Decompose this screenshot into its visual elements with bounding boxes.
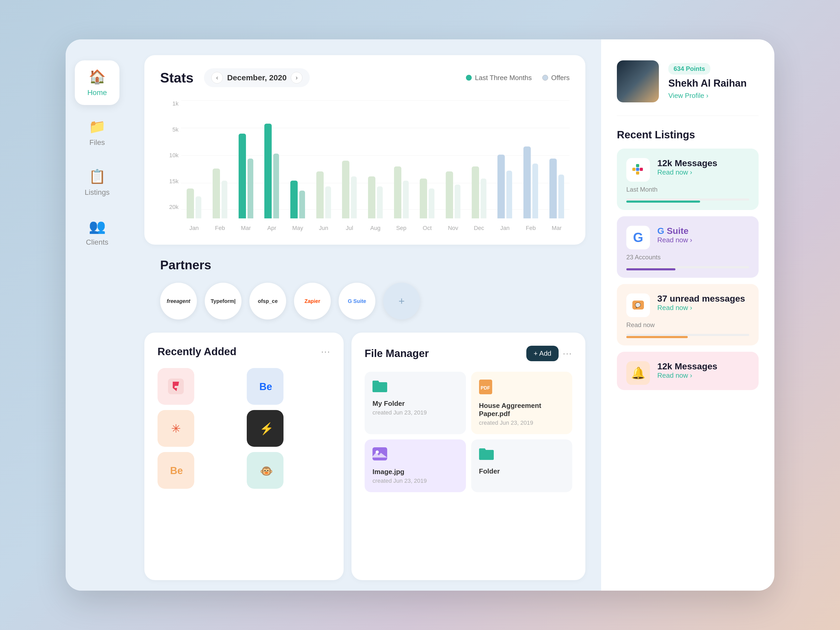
legend-offers: Offers — [542, 74, 570, 82]
file-manager-header: File Manager + Add ··· — [365, 346, 572, 361]
progress-bar-2 — [626, 268, 676, 270]
add-file-button[interactable]: + Add — [526, 346, 559, 361]
svg-text:💬: 💬 — [635, 302, 641, 308]
file-card-pdf[interactable]: PDF House Aggreement Paper.pdf created J… — [471, 372, 572, 434]
y-label-1k: 1k — [160, 100, 178, 107]
x-label-9: Oct — [414, 225, 440, 232]
listings-icon: 📋 — [89, 169, 106, 185]
bar-a-1 — [213, 169, 220, 218]
listing-sub-2: 23 Accounts — [626, 254, 749, 261]
bar-b-12 — [506, 171, 512, 218]
listing-card-messages[interactable]: 12k Messages Read now › Last Month — [617, 148, 759, 210]
sidebar-home-label: Home — [87, 88, 107, 97]
partners-title: Partners — [160, 258, 570, 272]
svg-rect-0 — [168, 379, 184, 394]
bar-b-10 — [455, 185, 460, 218]
gsuite-suite: Suite — [667, 226, 688, 236]
listing-card-top-3: 💬 37 unread messages Read now › — [626, 294, 749, 317]
x-label-0: Jan — [181, 225, 207, 232]
sidebar-item-clients[interactable]: 👥 Clients — [75, 210, 120, 255]
avatar-image — [617, 60, 659, 103]
file-grid: My Folder created Jun 23, 2019 PDF House… — [365, 372, 572, 492]
partner-gsuite[interactable]: G Suite — [339, 283, 375, 319]
partner-ofspace[interactable]: ofsp_ce — [249, 283, 286, 319]
bar-b-4 — [299, 191, 305, 218]
x-label-5: Jun — [311, 225, 336, 232]
slack-logo — [626, 158, 650, 182]
stats-header: Stats ‹ December, 2020 › Last Three Mont… — [160, 68, 570, 87]
bar-a-8 — [394, 166, 401, 218]
view-profile-link[interactable]: View Profile › — [668, 92, 709, 99]
x-label-14: Mar — [544, 225, 570, 232]
partner-typeform[interactable]: Typeform| — [205, 283, 242, 319]
bar-group-jul-6 — [336, 108, 363, 218]
legend-last-three-months: Last Three Months — [466, 74, 532, 82]
bar-group-mar-14 — [544, 108, 570, 218]
listing-name-4: 12k Messages — [657, 361, 749, 371]
y-label-10k: 10k — [160, 152, 178, 159]
chart-x-axis: JanFebMarAprMayJunJulAugSepOctNovDecJanF… — [181, 225, 570, 232]
svg-rect-12 — [636, 168, 639, 171]
legend-offers-label: Offers — [551, 74, 570, 82]
bar-a-12 — [497, 155, 505, 218]
file-card-image[interactable]: Image.jpg created Jun 23, 2019 — [365, 439, 466, 492]
partner-typeform-label: Typeform| — [210, 298, 235, 304]
bar-b-3 — [273, 153, 279, 218]
app-icon-behance-blue[interactable]: Be — [247, 368, 284, 405]
date-next-button[interactable]: › — [291, 72, 302, 84]
partner-freeagent[interactable]: freeagent — [160, 283, 197, 319]
files-icon: 📁 — [89, 118, 106, 135]
svg-rect-8 — [373, 447, 387, 460]
bar-b-0 — [196, 196, 201, 218]
bar-b-7 — [377, 186, 383, 218]
svg-text:Be: Be — [170, 465, 183, 476]
sidebar: 🏠 Home 📁 Files 📋 Listings 👥 Clients — [66, 39, 129, 591]
app-icon-foursquare[interactable] — [158, 368, 194, 405]
listing-card-messages2[interactable]: 🔔 12k Messages Read now › — [617, 352, 759, 390]
svg-rect-11 — [636, 164, 639, 167]
file-card-folder[interactable]: My Folder created Jun 23, 2019 — [365, 372, 466, 434]
listing-action-1[interactable]: Read now › — [657, 168, 692, 176]
bar-b-14 — [558, 175, 564, 218]
listing-card-gsuite[interactable]: G G Suite Read now › 23 Accounts — [617, 216, 759, 278]
partner-zapier[interactable]: Zapier — [294, 283, 331, 319]
listing-action-3[interactable]: Read now › — [657, 304, 692, 312]
listing-card-unread[interactable]: 💬 37 unread messages Read now › Read now — [617, 284, 759, 346]
app-icon-mailchimp[interactable]: 🐵 — [247, 452, 284, 489]
profile-info: 634 Points Shekh Al Raihan View Profile … — [668, 63, 759, 100]
app-icon-asterisk[interactable]: ✳ — [158, 410, 194, 447]
x-label-6: Jul — [336, 225, 363, 232]
date-prev-button[interactable]: ‹ — [211, 72, 223, 84]
messages2-logo: 🔔 — [626, 361, 650, 385]
bar-b-2 — [248, 159, 253, 218]
recently-added-panel: Recently Added ··· Be ✳ ⚡ — [144, 333, 344, 580]
bar-group-nov-10 — [440, 108, 466, 218]
avatar — [617, 60, 659, 103]
svg-text:✳: ✳ — [171, 422, 181, 435]
app-icon-grid: Be ✳ ⚡ Be 🐵 — [158, 368, 330, 489]
listing-name-1: 12k Messages — [657, 158, 749, 168]
app-icon-behance-orange[interactable]: Be — [158, 452, 194, 489]
listing-action-2[interactable]: Read now › — [657, 236, 692, 244]
sidebar-item-files[interactable]: 📁 Files — [75, 110, 120, 155]
file-manager-menu-button[interactable]: ··· — [563, 349, 572, 358]
recently-added-menu-button[interactable]: ··· — [321, 347, 330, 357]
bar-group-jan-12 — [492, 108, 518, 218]
progress-bar-3 — [626, 336, 688, 338]
listing-info-4: 12k Messages Read now › — [657, 361, 749, 380]
listing-card-top-1: 12k Messages Read now › — [626, 158, 749, 182]
bar-b-1 — [221, 181, 227, 218]
bar-b-13 — [532, 164, 538, 218]
sidebar-item-home[interactable]: 🏠 Home — [75, 60, 120, 105]
listing-action-4[interactable]: Read now › — [657, 371, 692, 379]
partners-section: Partners freeagent Typeform| ofsp_ce Zap… — [144, 255, 585, 322]
x-label-2: Mar — [233, 225, 259, 232]
app-icon-zendesk[interactable]: ⚡ — [247, 410, 284, 447]
file-card-folder2[interactable]: Folder — [471, 439, 572, 492]
sidebar-item-listings[interactable]: 📋 Listings — [75, 160, 120, 205]
bar-a-0 — [186, 188, 194, 218]
stats-chart: 20k 15k 10k 5k 1k — [160, 100, 570, 232]
partner-add-button[interactable]: + — [383, 283, 420, 319]
x-label-4: May — [285, 225, 311, 232]
gridline-top — [181, 100, 570, 101]
